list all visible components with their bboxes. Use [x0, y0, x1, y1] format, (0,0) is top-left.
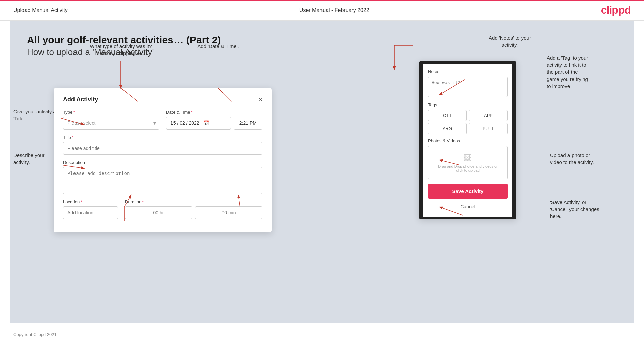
photo-icon: 🖼	[432, 153, 504, 162]
top-accent-bar	[0, 0, 644, 1]
date-input[interactable]: 15 / 02 / 2022 📅	[166, 117, 231, 130]
form-group-datetime: Date & Time* 15 / 02 / 2022 📅 2:21 PM	[166, 110, 262, 130]
photo-upload-area[interactable]: 🖼 Drag and Drop photos and videos or cli…	[428, 146, 508, 179]
datetime-label: Date & Time*	[166, 110, 262, 115]
phone-content: Notes Tags OTT APP ARG PUTT Photos & Vid…	[423, 64, 512, 217]
tags-grid: OTT APP ARG PUTT	[428, 110, 508, 134]
duration-inputs	[125, 206, 262, 219]
save-activity-button[interactable]: Save Activity	[428, 184, 508, 199]
logo: clippd	[601, 4, 631, 16]
tags-label: Tags	[428, 102, 508, 107]
modal-body: Add Activity × Type* Please select ▾	[54, 88, 272, 232]
modal-header: Add Activity ×	[63, 96, 262, 103]
tag-arg[interactable]: ARG	[428, 123, 467, 134]
location-label: Location*	[63, 199, 118, 204]
type-label: Type*	[63, 110, 159, 115]
form-group-location: Location*	[63, 199, 118, 219]
duration-min-input[interactable]	[195, 206, 262, 219]
title-label: Title*	[63, 135, 262, 140]
title-input[interactable]	[63, 142, 262, 155]
form-group-description: Description	[63, 160, 262, 194]
duration-hr-input[interactable]	[125, 206, 192, 219]
annotation-date-time: Add 'Date & Time'.	[185, 43, 252, 50]
page-title: Upload Manual Activity	[13, 7, 68, 13]
phone-panel: Notes Tags OTT APP ARG PUTT Photos & Vid…	[419, 61, 516, 219]
annotation-notes: Add 'Notes' to your activity.	[480, 34, 540, 48]
form-row-location-duration: Location* Duration*	[63, 199, 262, 219]
annotation-save-cancel: 'Save Activity' or 'Cancel' your changes…	[550, 199, 624, 220]
type-select-wrapper[interactable]: Please select ▾	[63, 117, 159, 130]
photo-upload-hint: Drag and Drop photos and videos or click…	[432, 164, 504, 172]
form-group-title: Title*	[63, 135, 262, 155]
tag-putt[interactable]: PUTT	[469, 123, 508, 134]
top-bar: Upload Manual Activity User Manual - Feb…	[0, 0, 644, 21]
cancel-link[interactable]: Cancel	[428, 202, 508, 211]
copyright: Copyright Clippd 2021	[13, 332, 57, 337]
form-group-type: Type* Please select ▾	[63, 110, 159, 130]
tag-ott[interactable]: OTT	[428, 110, 467, 121]
notes-label: Notes	[428, 69, 508, 74]
form-row-type-date: Type* Please select ▾ Date & Time*	[63, 110, 262, 130]
description-label: Description	[63, 160, 262, 165]
location-input[interactable]	[63, 206, 118, 219]
calendar-icon: 📅	[203, 120, 209, 126]
annotation-upload: Upload a photo or video to the activity.	[550, 152, 624, 166]
description-textarea[interactable]	[63, 167, 262, 194]
main-content: All your golf-relevant activities… (Part…	[10, 21, 634, 323]
type-select[interactable]: Please select	[63, 117, 159, 130]
modal-title: Add Activity	[63, 96, 98, 103]
footer: Copyright Clippd 2021	[0, 329, 644, 340]
notes-textarea[interactable]	[428, 77, 508, 97]
doc-title: User Manual - February 2022	[299, 7, 369, 13]
photos-label: Photos & Videos	[428, 138, 508, 143]
annotation-activity-type: What type of activity was it? Lesson, Ch…	[84, 43, 158, 57]
modal-close-button[interactable]: ×	[259, 97, 262, 103]
annotation-tag: Add a 'Tag' to your activity to link it …	[547, 54, 624, 90]
duration-label: Duration*	[125, 199, 262, 204]
time-input[interactable]: 2:21 PM	[234, 117, 262, 130]
tag-app[interactable]: APP	[469, 110, 508, 121]
add-activity-modal: Add Activity × Type* Please select ▾	[54, 88, 272, 232]
form-group-duration: Duration*	[125, 199, 262, 219]
date-time-row: 15 / 02 / 2022 📅 2:21 PM	[166, 117, 262, 130]
